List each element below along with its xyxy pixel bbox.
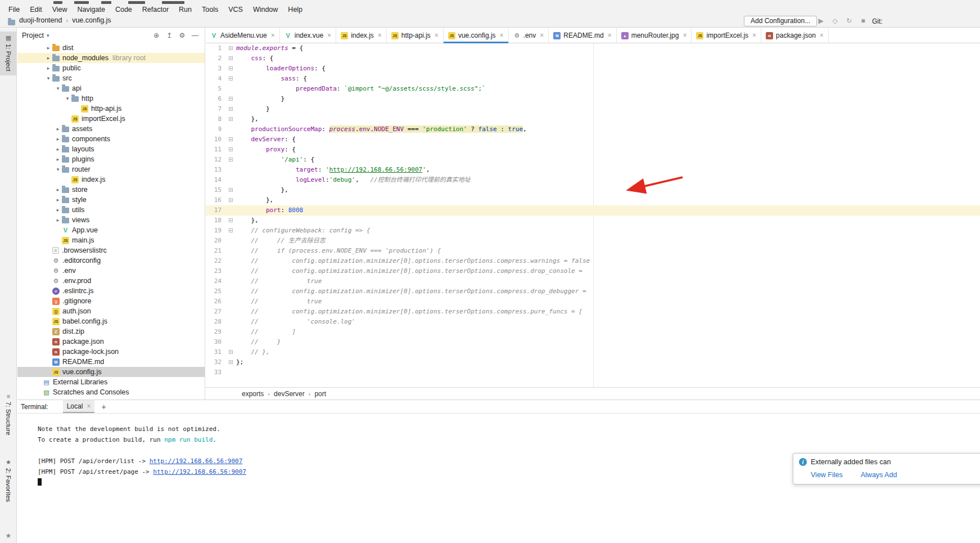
chevron-down-icon[interactable]: ▾ <box>54 86 62 91</box>
code-line[interactable]: 33 <box>206 367 980 378</box>
tree-item-README.md[interactable]: MREADME.md <box>17 357 205 367</box>
tree-item-http-api.js[interactable]: JShttp-api.js <box>17 104 205 114</box>
code-line[interactable]: 8 }, <box>206 114 980 124</box>
close-icon[interactable]: × <box>540 32 544 39</box>
tree-item-importExcel.js[interactable]: JSimportExcel.js <box>17 114 205 124</box>
tree-item-App.vue[interactable]: VApp.vue <box>17 225 205 235</box>
chevron-down-icon[interactable]: ▾ <box>54 167 62 172</box>
tree-item-utils[interactable]: ▸utils <box>17 205 205 215</box>
code-line[interactable]: 22 // config.optimization.minimizer[0].o… <box>206 256 980 266</box>
close-icon[interactable]: × <box>500 32 504 39</box>
menu-tools[interactable]: Tools <box>197 5 223 15</box>
tree-item-store[interactable]: ▸store <box>17 185 205 195</box>
stop-icon[interactable]: ■ <box>859 17 868 25</box>
fold-close-icon[interactable] <box>225 94 236 104</box>
notification-link-always-add[interactable]: Always Add <box>861 471 897 479</box>
menu-window[interactable]: Window <box>248 5 283 15</box>
tree-item-.gitignore[interactable]: g.gitignore <box>17 296 205 306</box>
chevron-right-icon[interactable]: ▸ <box>44 65 52 71</box>
tree-item-package.json[interactable]: npackage.json <box>17 336 205 347</box>
breadcrumb-project[interactable]: duoji-frontend <box>19 16 62 24</box>
tree-item-vue.config.js[interactable]: JSvue.config.js <box>17 367 205 377</box>
tab-README.md[interactable]: MREADME.md× <box>549 28 616 43</box>
code-line[interactable]: 7 } <box>206 104 980 114</box>
tree-item-node_modules[interactable]: ▸node_moduleslibrary root <box>17 53 205 63</box>
fold-open-icon[interactable] <box>225 134 236 145</box>
add-configuration-button[interactable]: Add Configuration... <box>744 16 817 26</box>
chevron-right-icon[interactable]: ▸ <box>54 156 62 162</box>
tab-package.json[interactable]: npackage.json× <box>761 28 829 43</box>
fold-open-icon[interactable] <box>225 226 236 236</box>
tree-item-assets[interactable]: ▸assets <box>17 124 205 134</box>
breadcrumb-port[interactable]: port <box>314 390 326 398</box>
tree-item-views[interactable]: ▸views <box>17 215 205 225</box>
code-line[interactable]: 19 // configureWebpack: config => { <box>206 226 980 236</box>
close-icon[interactable]: × <box>378 32 382 39</box>
tool-window-button-favorites[interactable]: ★ 2: Favorites <box>0 459 17 502</box>
code-line[interactable]: 23 // config.optimization.minimizer[0].o… <box>206 266 980 276</box>
chevron-down-icon[interactable]: ▾ <box>44 75 52 81</box>
tree-item-.browserslistrc[interactable]: ≡.browserslistrc <box>17 245 205 255</box>
tree-item-package-lock.json[interactable]: npackage-lock.json <box>17 347 205 357</box>
locate-file-icon[interactable]: ⊕ <box>151 32 161 39</box>
tree-item-babel.config.js[interactable]: JSbabel.config.js <box>17 316 205 326</box>
code-line[interactable]: 14 logLevel:'debug', //控制台终端打印代理前的真实地址 <box>206 175 980 185</box>
tab-http-api.js[interactable]: JShttp-api.js× <box>387 28 444 43</box>
tree-item-public[interactable]: ▸public <box>17 63 205 73</box>
tab-AsideMenu.vue[interactable]: VAsideMenu.vue× <box>206 28 280 43</box>
tree-item-auth.json[interactable]: {}auth.json <box>17 306 205 316</box>
code-line[interactable]: 18 }, <box>206 216 980 226</box>
menu-code[interactable]: Code <box>110 5 137 15</box>
tree-item-External Libraries[interactable]: ▤External Libraries <box>17 377 205 387</box>
chevron-right-icon[interactable]: ▸ <box>54 197 62 203</box>
fold-open-icon[interactable] <box>225 155 236 165</box>
tree-item-Scratches and Consoles[interactable]: ▧Scratches and Consoles <box>17 387 205 397</box>
code-line[interactable]: 1module.exports = { <box>206 43 980 53</box>
close-icon[interactable]: × <box>327 32 331 39</box>
fold-close-icon[interactable] <box>225 185 236 195</box>
menu-file[interactable]: File <box>3 5 25 15</box>
tree-item-components[interactable]: ▸components <box>17 134 205 144</box>
code-line[interactable]: 25 // config.optimization.minimizer[0].o… <box>206 286 980 297</box>
notification-link-view-files[interactable]: View Files <box>811 471 843 479</box>
fold-close-icon[interactable] <box>225 104 236 114</box>
tree-item-.editorconfig[interactable]: ⚙.editorconfig <box>17 255 205 266</box>
code-editor[interactable]: 1module.exports = {2 css: {3 loaderOptio… <box>206 43 980 387</box>
code-line[interactable]: 28 // 'console.log' <box>206 317 980 327</box>
run-icon[interactable]: ▶ <box>816 17 825 25</box>
chevron-right-icon[interactable]: ▸ <box>44 45 52 51</box>
code-line[interactable]: 21 // if (process.env.NODE_ENV === 'prod… <box>206 246 980 256</box>
fold-open-icon[interactable] <box>225 53 236 64</box>
code-line[interactable]: 20 // // 生产去除日志 <box>206 236 980 246</box>
tree-item-main.js[interactable]: JSmain.js <box>17 235 205 245</box>
fold-open-icon[interactable] <box>225 74 236 84</box>
chevron-down-icon[interactable]: ▾ <box>47 33 49 38</box>
project-panel-title[interactable]: Project <box>22 32 44 39</box>
tab-.env[interactable]: ⚙.env× <box>509 28 549 43</box>
menu-view[interactable]: View <box>47 5 73 15</box>
code-line[interactable]: 17 port: 8008 <box>206 205 980 216</box>
tree-item-src[interactable]: ▾src <box>17 73 205 83</box>
chevron-right-icon[interactable]: ▸ <box>54 207 62 213</box>
menu-vcs[interactable]: VCS <box>223 5 248 15</box>
close-icon[interactable]: × <box>608 32 612 39</box>
chevron-right-icon[interactable]: ▸ <box>54 187 62 192</box>
tab-menuRouter.jpg[interactable]: ▴menuRouter.jpg× <box>617 28 692 43</box>
fold-close-icon[interactable] <box>225 114 236 124</box>
tree-item-api[interactable]: ▾api <box>17 83 205 93</box>
tab-vue.config.js[interactable]: JSvue.config.js× <box>444 28 509 43</box>
rerun-icon[interactable]: ↻ <box>844 17 853 25</box>
code-line[interactable]: 11 proxy: { <box>206 145 980 155</box>
tree-item-style[interactable]: ▸style <box>17 195 205 205</box>
tree-item-http[interactable]: ▾http <box>17 93 205 104</box>
collapse-all-icon[interactable]: ↥ <box>164 32 174 39</box>
new-terminal-icon[interactable]: + <box>101 402 106 411</box>
code-line[interactable]: 2 css: { <box>206 53 980 64</box>
fold-close-icon[interactable] <box>225 195 236 205</box>
tree-item-index.js[interactable]: JSindex.js <box>17 174 205 185</box>
breadcrumb-file[interactable]: vue.config.js <box>72 16 111 24</box>
code-line[interactable]: 4 sass: { <box>206 74 980 84</box>
fold-close-icon[interactable] <box>225 357 236 367</box>
debug-icon[interactable]: ◇ <box>830 17 839 25</box>
menu-run[interactable]: Run <box>174 5 197 15</box>
